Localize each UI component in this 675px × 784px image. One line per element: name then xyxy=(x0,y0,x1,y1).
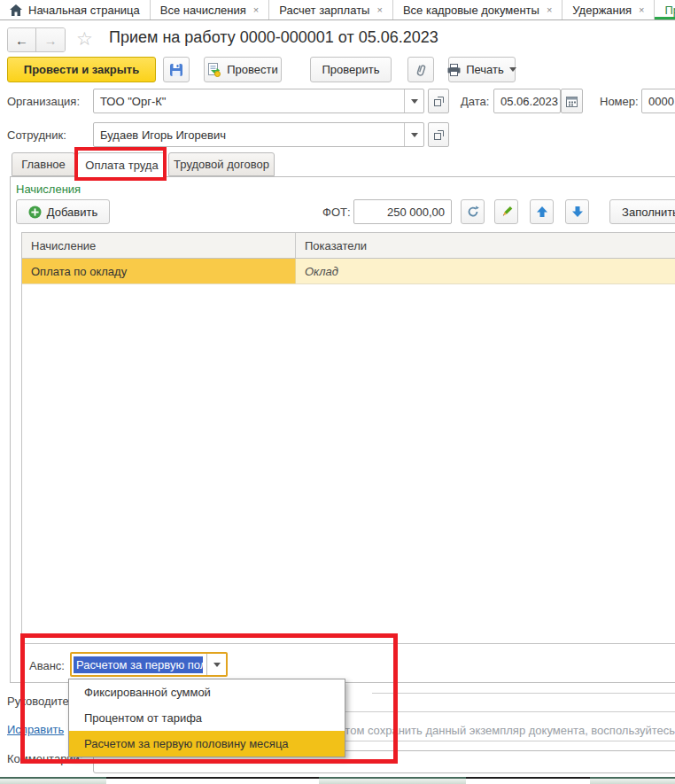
taskbar-segment xyxy=(106,777,319,784)
close-icon[interactable]: × xyxy=(376,5,382,15)
window-tab-hr-documents[interactable]: Все кадровые документы × xyxy=(393,0,562,19)
date-label: Дата: xyxy=(461,95,489,108)
number-field[interactable]: 0000 xyxy=(641,89,675,113)
history-nav: ← → xyxy=(7,27,66,52)
taskbar-segment xyxy=(319,777,466,784)
home-icon xyxy=(10,4,22,16)
arrow-up-icon xyxy=(536,206,548,218)
page-title: Прием на работу 0000-000001 от 05.06.202… xyxy=(109,28,438,47)
open-icon xyxy=(434,130,444,140)
window-tab-payroll[interactable]: Расчет зарплаты × xyxy=(269,0,393,19)
favorite-star-icon[interactable]: ☆ xyxy=(76,28,93,50)
post-and-close-button[interactable]: Провести и закрыть xyxy=(7,57,156,82)
recalculate-button[interactable] xyxy=(461,199,485,224)
date-calendar-button[interactable] xyxy=(561,89,583,113)
window-tab-home[interactable]: Начальная страница xyxy=(0,0,151,19)
arrow-down-icon xyxy=(571,206,584,218)
employee-dropdown-arrow[interactable] xyxy=(404,123,423,146)
accruals-table: Начисление Показатели Оплата по окладу О… xyxy=(21,232,675,644)
separator-line xyxy=(372,693,675,694)
employee-open-button[interactable] xyxy=(428,122,449,147)
forward-button[interactable]: → xyxy=(36,28,65,51)
window-tab-label: При xyxy=(664,4,675,17)
chevron-down-icon xyxy=(509,67,516,72)
back-button[interactable]: ← xyxy=(8,28,36,51)
annotation-box-advance xyxy=(20,633,398,764)
save-button[interactable] xyxy=(163,57,190,82)
refresh-icon xyxy=(467,206,479,218)
edit-row-button[interactable] xyxy=(494,199,518,224)
tab-label: Трудовой договор xyxy=(174,158,269,171)
fot-value: 250 000,00 xyxy=(354,206,451,219)
column-header-accrual[interactable]: Начисление xyxy=(22,233,296,258)
fill-button[interactable]: Заполнить xyxy=(609,199,675,224)
print-label: Печать xyxy=(466,63,504,76)
fill-label: Заполнить xyxy=(622,206,675,219)
taskbar-segment xyxy=(466,777,590,784)
number-label: Номер: xyxy=(600,95,639,108)
window-tab-label: Начальная страница xyxy=(28,4,140,17)
printer-icon xyxy=(447,64,461,76)
window-tab-accruals[interactable]: Все начисления × xyxy=(151,0,269,19)
post-and-close-label: Провести и закрыть xyxy=(24,63,139,76)
window-tab-hiring-active[interactable]: При xyxy=(655,0,675,19)
organization-dropdown-arrow[interactable] xyxy=(404,89,423,113)
chevron-down-icon xyxy=(411,99,418,104)
check-label: Проверить xyxy=(322,63,379,76)
window-tab-label: Все кадровые документы xyxy=(403,4,539,17)
employee-field[interactable]: Будаев Игорь Игоревич xyxy=(93,122,424,147)
window-tab-bar: Начальная страница Все начисления × Расч… xyxy=(0,0,675,20)
calendar-icon xyxy=(566,96,578,107)
post-icon xyxy=(207,63,221,77)
add-button[interactable]: Добавить xyxy=(16,199,110,224)
taskbar-segment xyxy=(590,777,675,784)
open-icon xyxy=(434,97,444,106)
date-value: 05.06.2023 xyxy=(494,95,560,108)
tab-label: Главное xyxy=(21,158,66,171)
employee-value: Будаев Игорь Игоревич xyxy=(94,128,404,142)
post-button[interactable]: Провести xyxy=(204,57,282,82)
organization-label: Организация: xyxy=(7,95,80,108)
window-tab-deductions[interactable]: Удержания × xyxy=(562,0,655,19)
check-button[interactable]: Проверить xyxy=(310,57,392,82)
add-label: Добавить xyxy=(47,206,97,219)
move-up-button[interactable] xyxy=(530,199,554,224)
window-tab-label: Удержания xyxy=(572,4,632,17)
employee-label: Сотрудник: xyxy=(7,128,66,142)
column-header-indicators[interactable]: Показатели xyxy=(296,233,675,258)
paperclip-icon xyxy=(415,63,427,77)
organization-value: ТОО "Орг-К" xyxy=(94,95,404,108)
cell-accrual[interactable]: Оплата по окладу xyxy=(22,259,296,283)
app-window: Начальная страница Все начисления × Расч… xyxy=(0,0,675,784)
cell-indicators[interactable]: Оклад xyxy=(296,259,675,283)
date-field[interactable]: 05.06.2023 xyxy=(493,89,561,113)
close-icon[interactable]: × xyxy=(547,5,552,15)
table-row[interactable]: Оплата по окладу Оклад xyxy=(22,259,675,284)
move-down-button[interactable] xyxy=(565,199,589,224)
window-tab-label: Все начисления xyxy=(160,4,246,17)
table-header-row: Начисление Показатели xyxy=(22,233,675,259)
organization-open-button[interactable] xyxy=(428,89,449,113)
taskbar-segment xyxy=(0,777,106,784)
post-label: Провести xyxy=(227,63,278,76)
fot-label: ФОТ: xyxy=(322,206,351,219)
plus-icon xyxy=(28,206,42,219)
active-tab-underline xyxy=(655,17,675,19)
tab-main[interactable]: Главное xyxy=(12,152,75,176)
number-value: 0000 xyxy=(642,95,675,108)
fot-field[interactable]: 250 000,00 xyxy=(353,199,452,224)
print-button[interactable]: Печать xyxy=(448,57,516,82)
organization-field[interactable]: ТОО "Орг-К" xyxy=(93,89,424,113)
save-icon xyxy=(169,63,183,77)
accruals-section-title: Начисления xyxy=(16,182,81,196)
attachments-button[interactable] xyxy=(407,57,434,82)
close-icon[interactable]: × xyxy=(253,5,259,15)
pencil-icon xyxy=(500,206,513,218)
window-tab-label: Расчет зарплаты xyxy=(279,4,369,17)
tab-labor-contract[interactable]: Трудовой договор xyxy=(168,152,275,176)
chevron-down-icon xyxy=(411,133,418,137)
annotation-box-salary-tab xyxy=(74,147,167,181)
close-icon[interactable]: × xyxy=(639,5,644,15)
